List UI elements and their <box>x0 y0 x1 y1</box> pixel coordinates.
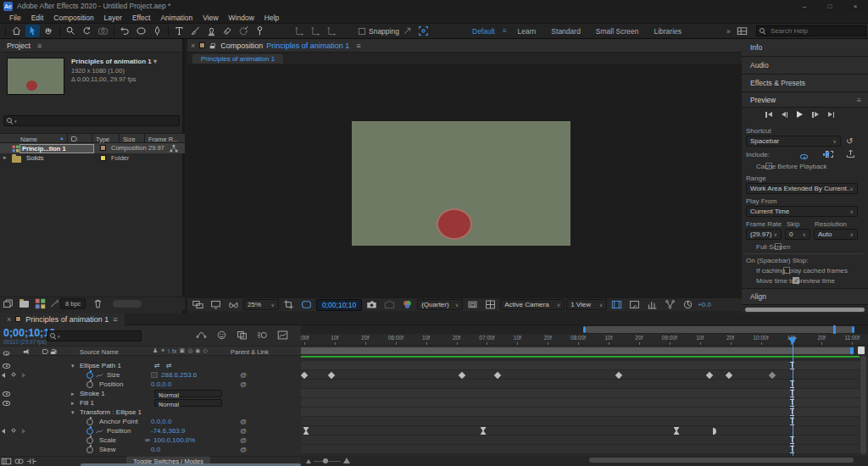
project-tab[interactable]: Project <box>7 42 31 50</box>
workspace-grid-icon[interactable] <box>735 25 749 37</box>
bit-depth-button[interactable]: 8 bpc <box>60 298 86 309</box>
parent-pickwhip-icon[interactable]: @ <box>240 445 247 454</box>
selection-tool[interactable] <box>25 25 40 37</box>
composition-tab-name[interactable]: Principles of animation 1 <box>266 42 349 50</box>
property-row[interactable]: Size288.6,253.6@ <box>0 370 301 380</box>
timeline-search[interactable]: ▾ <box>47 330 142 341</box>
close-tab-icon[interactable]: × <box>7 315 11 324</box>
info-panel-header[interactable]: Info <box>742 39 868 57</box>
column-size[interactable]: Size <box>123 136 136 143</box>
navigator-bar[interactable] <box>585 326 854 333</box>
navigator-end-handle[interactable] <box>852 326 854 333</box>
blend-mode-dropdown[interactable]: Normal∨ <box>154 399 222 407</box>
stopwatch-icon[interactable] <box>86 428 93 435</box>
shortcut-dropdown[interactable]: Spacebar∨ <box>746 136 841 147</box>
keyframe-diamond[interactable] <box>301 371 308 378</box>
eraser-tool[interactable] <box>220 25 235 37</box>
property-name[interactable]: Size <box>107 370 120 380</box>
motion-blur-icon[interactable] <box>255 329 270 341</box>
delete-icon[interactable] <box>91 297 105 310</box>
include-overlays-icon[interactable] <box>826 151 833 158</box>
always-preview-icon[interactable] <box>191 298 205 311</box>
search-scope-caret[interactable]: ▾ <box>58 334 60 339</box>
label-column-icon[interactable] <box>42 349 48 354</box>
snapping-checkbox[interactable] <box>359 28 365 35</box>
work-area-bar[interactable] <box>301 347 853 354</box>
project-row[interactable]: Princip...tion 1Composition29.97 <box>0 143 185 153</box>
track-row[interactable] <box>301 408 860 417</box>
item-name[interactable]: Princip...tion 1 <box>19 144 94 153</box>
help-search-input[interactable] <box>769 26 858 36</box>
viewer-canvas[interactable] <box>187 64 742 297</box>
panel-menu-icon[interactable]: ≡ <box>857 96 861 104</box>
path-direction-icon[interactable]: ⇄ <box>154 361 160 370</box>
stopwatch-icon[interactable] <box>86 419 93 425</box>
mask-visibility-icon[interactable] <box>299 298 314 311</box>
home-tool[interactable] <box>9 25 24 37</box>
switch-column-glyph-1[interactable]: ✶ <box>160 347 165 354</box>
property-name[interactable]: Anchor Point <box>99 417 138 426</box>
puppet-pin-tool[interactable] <box>253 25 267 37</box>
panel-menu-icon[interactable]: ≡ <box>356 42 360 50</box>
transparency-grid-icon[interactable] <box>483 298 498 311</box>
property-row[interactable]: Skew0.0@ <box>0 445 301 454</box>
keyframe-diamond[interactable] <box>615 371 622 378</box>
graph-editor-icon[interactable] <box>275 329 290 341</box>
constrain-link-icon[interactable]: ∞ <box>145 435 150 445</box>
comp-button[interactable] <box>858 347 865 354</box>
snap-angle-icon[interactable] <box>400 25 415 37</box>
track-row[interactable] <box>301 389 860 398</box>
panel-menu-icon[interactable]: ≡ <box>113 315 117 324</box>
menu-edit[interactable]: Edit <box>26 14 49 22</box>
property-name[interactable]: Position <box>99 380 123 389</box>
switch-column-glyph-3[interactable]: fx <box>172 348 176 354</box>
composition-mini-flowchart-icon[interactable] <box>194 329 209 341</box>
track-h-scrollbar[interactable] <box>589 458 854 463</box>
column-type[interactable]: Type <box>96 136 109 143</box>
audio-panel-header[interactable]: Audio <box>742 57 868 75</box>
new-composition-icon[interactable] <box>33 297 47 310</box>
playhead-line[interactable] <box>793 337 794 464</box>
add-keyframe-icon[interactable] <box>11 428 16 433</box>
parent-pickwhip-icon[interactable]: @ <box>240 370 247 380</box>
layer-name[interactable]: Stroke 1 <box>80 389 105 398</box>
reset-icon[interactable]: ↺ <box>846 136 853 146</box>
camera-dropdown[interactable]: Active Camera∨ <box>500 299 565 310</box>
expression-box[interactable] <box>151 372 158 378</box>
menu-view[interactable]: View <box>198 14 223 22</box>
path-direction-icon[interactable]: ⇄ <box>166 361 172 370</box>
panel-menu-icon[interactable]: ≡ <box>37 42 42 50</box>
workspace-libraries[interactable]: Libraries <box>646 27 689 36</box>
keyframe-easy-ease[interactable] <box>481 427 487 435</box>
layer-group-row[interactable]: ▸Fill 1Normal∨ <box>0 398 301 408</box>
viewer-subtab[interactable]: Principles of animation 1 <box>192 54 283 64</box>
play-button[interactable] <box>797 111 803 118</box>
camera-tool[interactable] <box>96 25 110 37</box>
grid-guides-icon[interactable] <box>609 298 624 311</box>
navigator-start-handle[interactable] <box>583 326 586 333</box>
property-value[interactable]: 0.0,0.0 <box>151 417 171 426</box>
menu-composition[interactable]: Composition <box>48 14 98 22</box>
exposure-icon[interactable] <box>681 298 695 311</box>
video-switch-icon[interactable] <box>3 391 10 397</box>
menu-file[interactable]: File <box>4 14 26 22</box>
effects-presets-panel-header[interactable]: Effects & Presets <box>742 75 868 92</box>
ellipse-shape[interactable] <box>437 208 472 240</box>
layer-group-row[interactable]: ▸Stroke 1Normal∨ <box>0 389 301 398</box>
twirl-icon[interactable]: ▾ <box>71 361 75 370</box>
switch-column-glyph-0[interactable]: ♟ <box>153 347 158 354</box>
parent-pickwhip-icon[interactable]: @ <box>240 426 247 435</box>
search-scope-caret[interactable]: ▾ <box>14 119 17 124</box>
property-name[interactable]: Position <box>107 426 131 435</box>
parent-link-column[interactable]: Parent & Link <box>231 348 269 356</box>
flowchart-icon[interactable] <box>663 298 677 311</box>
interpret-footage-icon[interactable] <box>1 297 15 310</box>
hand-tool[interactable] <box>42 25 56 37</box>
workspace-learn[interactable]: Learn <box>510 27 544 36</box>
track-row[interactable] <box>301 361 860 370</box>
exposure-value[interactable]: +0.0 <box>698 301 711 308</box>
track-row[interactable] <box>301 426 860 435</box>
frame-blending-icon[interactable] <box>235 329 249 341</box>
twirl-icon[interactable]: ▸ <box>71 389 75 398</box>
label-chip[interactable] <box>100 145 106 151</box>
